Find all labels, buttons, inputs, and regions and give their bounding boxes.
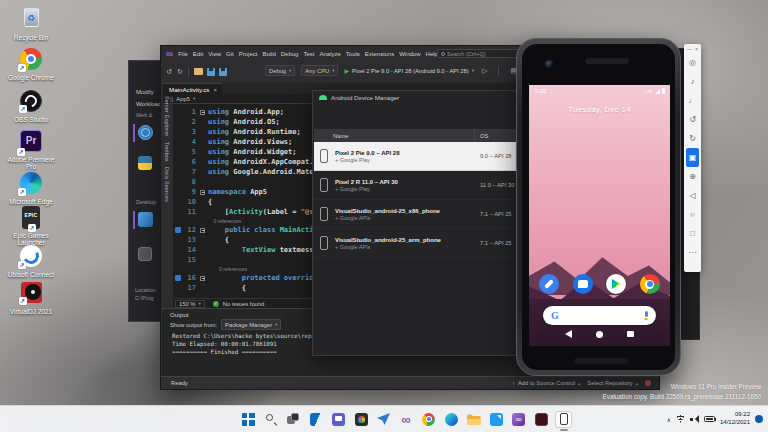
- output-source-dropdown[interactable]: Package Manager▾: [221, 319, 281, 330]
- menu-build[interactable]: Build: [262, 51, 275, 57]
- photos-taskbar-icon[interactable]: [353, 411, 370, 428]
- side-tab-toolbox[interactable]: Toolbox: [164, 142, 170, 162]
- device-row[interactable]: Pixel 2 R 11.0 – API 30+ Google Play11.0…: [314, 171, 519, 200]
- code-margin-icon[interactable]: [175, 275, 181, 281]
- fold-icon[interactable]: [200, 190, 205, 195]
- device-row[interactable]: VisualStudio_android-25_arm_phone+ Googl…: [314, 229, 519, 258]
- task-view-taskbar-icon[interactable]: [285, 411, 302, 428]
- close-icon[interactable]: ×: [695, 46, 698, 52]
- undo-icon[interactable]: ↺: [166, 68, 172, 76]
- save-all-icon[interactable]: [219, 68, 227, 76]
- desktop-icon-chrome[interactable]: ↗ Google Chrome: [2, 47, 60, 81]
- mic-icon[interactable]: [644, 311, 648, 320]
- desktop-workload-icon[interactable]: [138, 212, 153, 227]
- close-icon[interactable]: ×: [213, 87, 217, 93]
- media-app-taskbar-icon[interactable]: [533, 411, 550, 428]
- battery-tray-icon[interactable]: [704, 416, 715, 422]
- menu-view[interactable]: View: [208, 51, 221, 57]
- rotate-left-button[interactable]: ↺: [684, 110, 701, 129]
- screenshot-button[interactable]: ▣: [686, 148, 699, 167]
- web-workload-icon[interactable]: [138, 125, 153, 140]
- chat-taskbar-icon[interactable]: [330, 411, 347, 428]
- add-to-source-control-button[interactable]: ↑ Add to Source Control ▴: [512, 380, 580, 386]
- menu-extensions[interactable]: Extensions: [365, 51, 394, 57]
- menu-edit[interactable]: Edit: [193, 51, 203, 57]
- android-emulator-taskbar-icon[interactable]: [555, 411, 572, 428]
- menu-tools[interactable]: Tools: [346, 51, 360, 57]
- widgets-taskbar-icon[interactable]: [308, 411, 325, 428]
- dm-col-os[interactable]: OS: [480, 133, 488, 139]
- desktop-icon-virtualdj[interactable]: ↗ VirtualDJ 2021: [2, 281, 60, 315]
- desktop-icon-obs[interactable]: ↗ OBS Studio: [2, 89, 60, 123]
- desktop-icon-recycle-bin[interactable]: ♻ Recycle Bin: [2, 6, 60, 41]
- start-taskbar-icon[interactable]: [240, 411, 257, 428]
- volume-down-button[interactable]: ♩: [684, 91, 701, 110]
- uwp-workload-icon[interactable]: [138, 247, 152, 261]
- fold-icon[interactable]: [200, 228, 205, 233]
- tab-mainactivity[interactable]: MainActivity.cs ×: [163, 83, 222, 94]
- edge-taskbar-icon[interactable]: [443, 411, 460, 428]
- menu-git[interactable]: Git: [226, 51, 234, 57]
- installer-desktop-section: Desktop: [136, 199, 156, 205]
- menu-test[interactable]: Test: [303, 51, 314, 57]
- volume-up-button[interactable]: ♪: [684, 72, 701, 91]
- phone-screen[interactable]: 9:22 LTE Tuesday, Dec 14 G: [529, 85, 670, 346]
- zoom-button[interactable]: ⊕: [684, 167, 701, 186]
- menu-debug[interactable]: Debug: [281, 51, 299, 57]
- clock[interactable]: 09:22 14/12/2021: [720, 411, 750, 427]
- code-margin-icon[interactable]: [175, 227, 181, 233]
- wifi-icon[interactable]: [676, 415, 685, 423]
- desktop-icon-ubisoft[interactable]: ↗ Ubisoft Connect: [2, 244, 60, 278]
- vs-installer-taskbar-icon[interactable]: ∞: [510, 411, 527, 428]
- vs-code-taskbar-icon[interactable]: [488, 411, 505, 428]
- menu-file[interactable]: File: [178, 51, 188, 57]
- run-button[interactable]: ▶ Pixel 2 Pie 9.0 - API 28 (Android 9.0 …: [344, 67, 474, 74]
- open-file-icon[interactable]: [194, 68, 203, 75]
- device-row[interactable]: VisualStudio_android-25_x86_phone+ Googl…: [314, 200, 519, 229]
- menu-window[interactable]: Window: [399, 51, 420, 57]
- chrome-taskbar-icon[interactable]: [420, 411, 437, 428]
- side-tab-data-sources[interactable]: Data Sources: [164, 167, 170, 202]
- visual-studio-taskbar-icon[interactable]: ∞: [398, 411, 415, 428]
- save-icon[interactable]: [207, 68, 215, 76]
- python-workload-icon[interactable]: [138, 156, 152, 170]
- overview-button[interactable]: □: [684, 224, 701, 243]
- android-home-icon[interactable]: [596, 331, 603, 338]
- side-tab-server-explorer[interactable]: Server Explorer: [164, 96, 170, 137]
- menu-project[interactable]: Project: [239, 51, 258, 57]
- menu-analyze[interactable]: Analyze: [319, 51, 340, 57]
- play-store-app-icon[interactable]: [606, 274, 626, 294]
- more-button[interactable]: ⋯: [684, 243, 701, 262]
- back-button[interactable]: ◁: [684, 186, 701, 205]
- messages-app-icon[interactable]: [573, 274, 593, 294]
- minimize-icon[interactable]: —: [687, 46, 692, 52]
- notification-badge-icon[interactable]: [755, 415, 763, 423]
- google-search-bar[interactable]: G: [543, 306, 656, 325]
- vs-search-box[interactable]: Search (Ctrl+Q): [437, 49, 519, 58]
- chrome-app-icon[interactable]: [640, 274, 660, 294]
- run-without-debug-icon[interactable]: ▷: [482, 67, 487, 75]
- android-back-icon[interactable]: [565, 330, 572, 338]
- phone-app-icon[interactable]: [539, 274, 559, 294]
- desktop-icon-epic[interactable]: EPIC↗ Epic Games Launcher: [2, 206, 60, 247]
- tray-chevron-up-icon[interactable]: ∧: [667, 416, 671, 423]
- desktop-icon-premiere[interactable]: Pr↗ Adobe Premiere Pro: [2, 129, 60, 171]
- solution-platform-dropdown[interactable]: Any CPU▾: [301, 65, 338, 76]
- search-taskbar-icon[interactable]: [263, 411, 280, 428]
- redo-icon[interactable]: ↻: [177, 68, 183, 76]
- fold-icon[interactable]: [200, 276, 205, 281]
- device-row[interactable]: Pixel 2 Pie 9.0 – API 28+ Google Play9.0…: [314, 142, 519, 171]
- desktop-icon-edge[interactable]: ↗ Microsoft Edge: [2, 171, 60, 205]
- speaker-icon[interactable]: [690, 415, 699, 424]
- editor-zoom-dropdown[interactable]: 150 %▾: [175, 300, 205, 308]
- fold-icon[interactable]: [200, 110, 205, 115]
- mail-taskbar-icon[interactable]: [375, 411, 392, 428]
- android-overview-icon[interactable]: [627, 331, 634, 338]
- file-explorer-taskbar-icon[interactable]: [465, 411, 482, 428]
- home-button[interactable]: ○: [684, 205, 701, 224]
- column-divider[interactable]: [474, 129, 475, 142]
- power-button[interactable]: ◎: [684, 53, 701, 72]
- dm-col-name[interactable]: Name: [314, 133, 348, 139]
- solution-config-dropdown[interactable]: Debug▾: [265, 65, 295, 76]
- rotate-right-button[interactable]: ↻: [684, 129, 701, 148]
